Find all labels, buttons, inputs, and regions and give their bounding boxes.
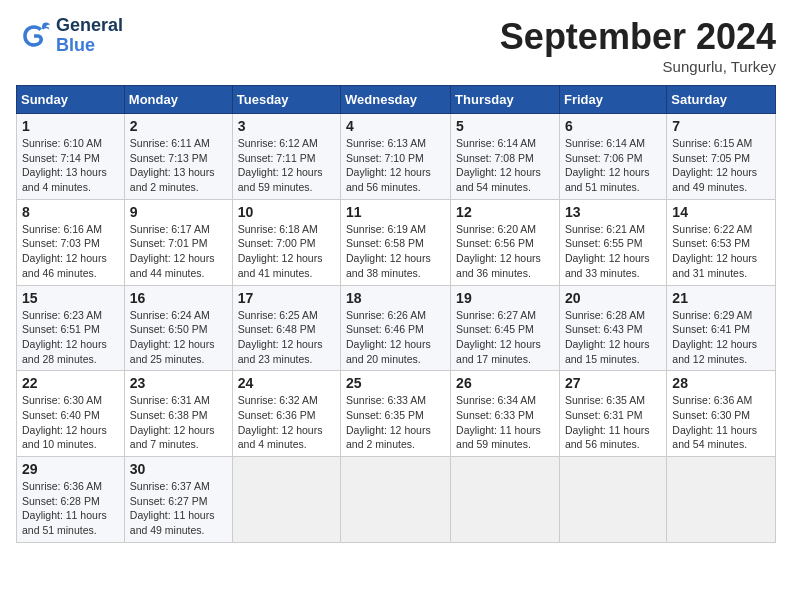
day-info: Sunrise: 6:22 AM Sunset: 6:53 PM Dayligh… (672, 222, 770, 281)
day-number: 23 (130, 375, 227, 391)
calendar-cell: 23Sunrise: 6:31 AM Sunset: 6:38 PM Dayli… (124, 371, 232, 457)
calendar-cell: 8Sunrise: 6:16 AM Sunset: 7:03 PM Daylig… (17, 199, 125, 285)
logo-text: General Blue (56, 16, 123, 56)
day-info: Sunrise: 6:16 AM Sunset: 7:03 PM Dayligh… (22, 222, 119, 281)
calendar-cell: 10Sunrise: 6:18 AM Sunset: 7:00 PM Dayli… (232, 199, 340, 285)
day-number: 3 (238, 118, 335, 134)
day-number: 16 (130, 290, 227, 306)
day-info: Sunrise: 6:31 AM Sunset: 6:38 PM Dayligh… (130, 393, 227, 452)
day-info: Sunrise: 6:21 AM Sunset: 6:55 PM Dayligh… (565, 222, 661, 281)
calendar-cell: 21Sunrise: 6:29 AM Sunset: 6:41 PM Dayli… (667, 285, 776, 371)
weekday-header-row: SundayMondayTuesdayWednesdayThursdayFrid… (17, 86, 776, 114)
day-info: Sunrise: 6:11 AM Sunset: 7:13 PM Dayligh… (130, 136, 227, 195)
title-block: September 2024 Sungurlu, Turkey (500, 16, 776, 75)
day-number: 26 (456, 375, 554, 391)
calendar-cell: 19Sunrise: 6:27 AM Sunset: 6:45 PM Dayli… (451, 285, 560, 371)
day-number: 18 (346, 290, 445, 306)
day-info: Sunrise: 6:14 AM Sunset: 7:06 PM Dayligh… (565, 136, 661, 195)
calendar-cell: 9Sunrise: 6:17 AM Sunset: 7:01 PM Daylig… (124, 199, 232, 285)
day-number: 14 (672, 204, 770, 220)
calendar-cell: 25Sunrise: 6:33 AM Sunset: 6:35 PM Dayli… (341, 371, 451, 457)
day-number: 17 (238, 290, 335, 306)
page-header: General Blue September 2024 Sungurlu, Tu… (16, 16, 776, 75)
day-number: 24 (238, 375, 335, 391)
calendar-cell: 5Sunrise: 6:14 AM Sunset: 7:08 PM Daylig… (451, 114, 560, 200)
day-number: 4 (346, 118, 445, 134)
day-info: Sunrise: 6:35 AM Sunset: 6:31 PM Dayligh… (565, 393, 661, 452)
calendar-cell (232, 457, 340, 543)
day-info: Sunrise: 6:26 AM Sunset: 6:46 PM Dayligh… (346, 308, 445, 367)
calendar-cell: 2Sunrise: 6:11 AM Sunset: 7:13 PM Daylig… (124, 114, 232, 200)
weekday-header-friday: Friday (559, 86, 666, 114)
calendar-week-row: 1Sunrise: 6:10 AM Sunset: 7:14 PM Daylig… (17, 114, 776, 200)
day-number: 13 (565, 204, 661, 220)
calendar-table: SundayMondayTuesdayWednesdayThursdayFrid… (16, 85, 776, 543)
day-number: 1 (22, 118, 119, 134)
day-info: Sunrise: 6:13 AM Sunset: 7:10 PM Dayligh… (346, 136, 445, 195)
day-info: Sunrise: 6:10 AM Sunset: 7:14 PM Dayligh… (22, 136, 119, 195)
day-number: 27 (565, 375, 661, 391)
logo-general: General (56, 16, 123, 36)
calendar-cell: 13Sunrise: 6:21 AM Sunset: 6:55 PM Dayli… (559, 199, 666, 285)
calendar-cell: 3Sunrise: 6:12 AM Sunset: 7:11 PM Daylig… (232, 114, 340, 200)
calendar-cell: 29Sunrise: 6:36 AM Sunset: 6:28 PM Dayli… (17, 457, 125, 543)
logo: General Blue (16, 16, 123, 56)
calendar-cell: 14Sunrise: 6:22 AM Sunset: 6:53 PM Dayli… (667, 199, 776, 285)
day-info: Sunrise: 6:34 AM Sunset: 6:33 PM Dayligh… (456, 393, 554, 452)
day-info: Sunrise: 6:27 AM Sunset: 6:45 PM Dayligh… (456, 308, 554, 367)
day-info: Sunrise: 6:20 AM Sunset: 6:56 PM Dayligh… (456, 222, 554, 281)
day-info: Sunrise: 6:32 AM Sunset: 6:36 PM Dayligh… (238, 393, 335, 452)
weekday-header-thursday: Thursday (451, 86, 560, 114)
day-info: Sunrise: 6:24 AM Sunset: 6:50 PM Dayligh… (130, 308, 227, 367)
calendar-cell: 26Sunrise: 6:34 AM Sunset: 6:33 PM Dayli… (451, 371, 560, 457)
day-number: 11 (346, 204, 445, 220)
weekday-header-saturday: Saturday (667, 86, 776, 114)
day-number: 8 (22, 204, 119, 220)
day-info: Sunrise: 6:18 AM Sunset: 7:00 PM Dayligh… (238, 222, 335, 281)
month-title: September 2024 (500, 16, 776, 58)
day-number: 7 (672, 118, 770, 134)
day-number: 29 (22, 461, 119, 477)
day-number: 15 (22, 290, 119, 306)
calendar-cell: 4Sunrise: 6:13 AM Sunset: 7:10 PM Daylig… (341, 114, 451, 200)
weekday-header-monday: Monday (124, 86, 232, 114)
day-number: 2 (130, 118, 227, 134)
day-number: 28 (672, 375, 770, 391)
calendar-cell: 15Sunrise: 6:23 AM Sunset: 6:51 PM Dayli… (17, 285, 125, 371)
calendar-cell: 7Sunrise: 6:15 AM Sunset: 7:05 PM Daylig… (667, 114, 776, 200)
weekday-header-tuesday: Tuesday (232, 86, 340, 114)
day-info: Sunrise: 6:12 AM Sunset: 7:11 PM Dayligh… (238, 136, 335, 195)
weekday-header-sunday: Sunday (17, 86, 125, 114)
calendar-cell: 22Sunrise: 6:30 AM Sunset: 6:40 PM Dayli… (17, 371, 125, 457)
day-info: Sunrise: 6:25 AM Sunset: 6:48 PM Dayligh… (238, 308, 335, 367)
calendar-cell: 16Sunrise: 6:24 AM Sunset: 6:50 PM Dayli… (124, 285, 232, 371)
logo-icon (16, 18, 52, 54)
calendar-cell: 1Sunrise: 6:10 AM Sunset: 7:14 PM Daylig… (17, 114, 125, 200)
calendar-week-row: 22Sunrise: 6:30 AM Sunset: 6:40 PM Dayli… (17, 371, 776, 457)
calendar-cell: 20Sunrise: 6:28 AM Sunset: 6:43 PM Dayli… (559, 285, 666, 371)
calendar-week-row: 8Sunrise: 6:16 AM Sunset: 7:03 PM Daylig… (17, 199, 776, 285)
calendar-cell (451, 457, 560, 543)
day-info: Sunrise: 6:37 AM Sunset: 6:27 PM Dayligh… (130, 479, 227, 538)
day-number: 30 (130, 461, 227, 477)
day-number: 19 (456, 290, 554, 306)
day-info: Sunrise: 6:17 AM Sunset: 7:01 PM Dayligh… (130, 222, 227, 281)
calendar-cell: 12Sunrise: 6:20 AM Sunset: 6:56 PM Dayli… (451, 199, 560, 285)
calendar-cell (667, 457, 776, 543)
calendar-cell: 27Sunrise: 6:35 AM Sunset: 6:31 PM Dayli… (559, 371, 666, 457)
calendar-cell: 28Sunrise: 6:36 AM Sunset: 6:30 PM Dayli… (667, 371, 776, 457)
calendar-cell: 11Sunrise: 6:19 AM Sunset: 6:58 PM Dayli… (341, 199, 451, 285)
day-info: Sunrise: 6:28 AM Sunset: 6:43 PM Dayligh… (565, 308, 661, 367)
calendar-cell (559, 457, 666, 543)
day-number: 21 (672, 290, 770, 306)
calendar-cell: 6Sunrise: 6:14 AM Sunset: 7:06 PM Daylig… (559, 114, 666, 200)
day-number: 20 (565, 290, 661, 306)
day-info: Sunrise: 6:29 AM Sunset: 6:41 PM Dayligh… (672, 308, 770, 367)
day-info: Sunrise: 6:23 AM Sunset: 6:51 PM Dayligh… (22, 308, 119, 367)
day-number: 10 (238, 204, 335, 220)
day-number: 6 (565, 118, 661, 134)
calendar-cell: 30Sunrise: 6:37 AM Sunset: 6:27 PM Dayli… (124, 457, 232, 543)
logo-blue: Blue (56, 36, 123, 56)
calendar-week-row: 15Sunrise: 6:23 AM Sunset: 6:51 PM Dayli… (17, 285, 776, 371)
day-info: Sunrise: 6:15 AM Sunset: 7:05 PM Dayligh… (672, 136, 770, 195)
